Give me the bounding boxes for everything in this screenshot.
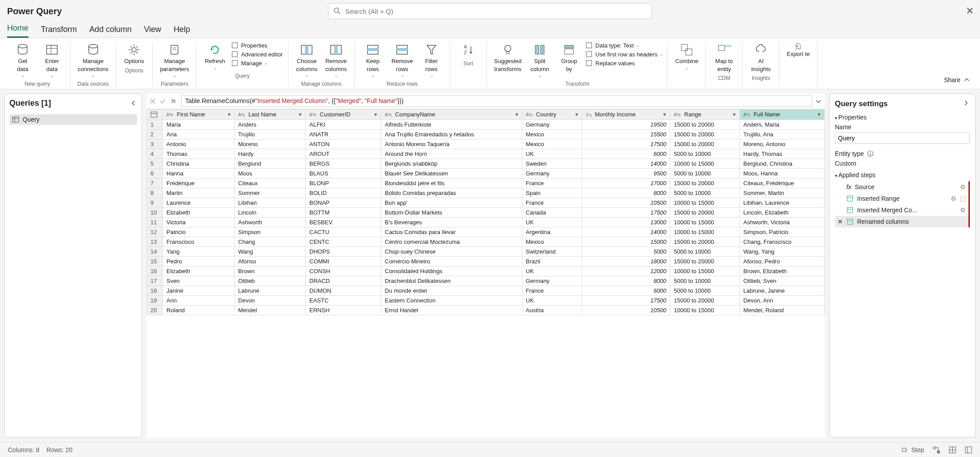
gear-icon[interactable]: ⚙	[951, 195, 956, 202]
table-row[interactable]: 17SvenOttliebDRACDDrachenblut Delikatess…	[147, 276, 825, 286]
ribbon-refresh[interactable]: Refresh⌵	[202, 42, 228, 71]
ribbon-map-to-entity[interactable]: CDMMap toentity	[711, 42, 737, 73]
commit-icon[interactable]	[159, 98, 166, 105]
delete-step-icon[interactable]: ✕	[838, 218, 843, 225]
column-header-customerid[interactable]: Aᴮc CustomerID▾	[306, 109, 381, 119]
table-row[interactable]: 1MariaAndersALFKIAlfreds FutterkisteGerm…	[147, 119, 825, 129]
step-inserted-range[interactable]: Inserted Range⚙⬚	[835, 193, 968, 204]
table-row[interactable]: 5ChristinaBerglundBERGSBerglunds snabbkö…	[147, 159, 825, 168]
column-header-range[interactable]: Aᴮc Range▾	[670, 109, 739, 119]
ribbon-group-Transform: SuggestedtransformsSplitcolumn⌵GroupbyDa…	[487, 42, 668, 87]
gear-icon[interactable]: ⚙	[960, 207, 966, 214]
step-indicator[interactable]: Step	[901, 446, 924, 453]
diagram-view-icon[interactable]	[933, 446, 940, 453]
ribbon-choose-columns[interactable]: Choosecolumns⌵	[294, 42, 320, 79]
table-row[interactable]: 15PedroAfonsoCOMMIComércio MineiroBrazil…	[147, 256, 825, 266]
expand-settings-icon[interactable]	[963, 99, 970, 108]
table-row[interactable]: 11VictoriaAshworthBESBEVB's BeveragesUK1…	[147, 217, 825, 227]
tab-home[interactable]: Home	[7, 24, 28, 38]
ribbon-get-data[interactable]: Getdata⌵	[10, 42, 36, 79]
column-header-last-name[interactable]: Aᴮc Last Name▾	[234, 109, 306, 119]
ribbon-manage-connections[interactable]: Manageconnections⌵	[76, 42, 110, 79]
ribbon-ai-insights[interactable]: AIinsights	[748, 42, 774, 73]
info-icon[interactable]: ⓘ	[867, 150, 873, 157]
filter-icon[interactable]: ▾	[515, 111, 518, 118]
table-row[interactable]: 14YangWangDHOPSChop-suey ChineseSwitzerl…	[147, 246, 825, 256]
filter-icon[interactable]: ▾	[228, 111, 231, 118]
split-view-icon[interactable]	[965, 446, 972, 453]
ribbon-enter-data[interactable]: Enterdata⌵	[39, 42, 65, 79]
table-row[interactable]: 4ThomasHardyAROUTAround the HornUK600050…	[147, 149, 825, 159]
ribbon-split-column[interactable]: Splitcolumn⌵	[527, 42, 553, 79]
table-row[interactable]: 13FransciscoChangCENTCCentro comercial M…	[147, 237, 825, 246]
table-row[interactable]: 2AnaTrujilloANATRAna Trujillo Emaredados…	[147, 129, 825, 139]
close-icon[interactable]: ✕	[966, 5, 974, 17]
fx-icon[interactable]: fx	[169, 98, 178, 104]
cancel-icon[interactable]	[149, 98, 156, 105]
ribbon-properties[interactable]: Properties	[231, 42, 267, 49]
ribbon-keep-rows[interactable]: Keeprows⌵	[360, 42, 386, 79]
filter-icon[interactable]: ▾	[818, 111, 821, 118]
table-row[interactable]: 16ElizabethBrownCONSHConsolidated Holdin…	[147, 266, 825, 276]
query-item[interactable]: Query	[9, 114, 137, 125]
tab-view[interactable]: View	[144, 25, 161, 38]
filter-icon[interactable]: ▾	[575, 111, 578, 118]
tab-transform[interactable]: Transform	[41, 25, 77, 38]
table-icon[interactable]	[150, 111, 158, 118]
tab-help[interactable]: Help	[174, 25, 190, 38]
formula-input[interactable]: Table.RenameColumns(#"Inserted Merged Co…	[181, 95, 812, 107]
applied-steps-section[interactable]: Applied steps	[835, 171, 970, 179]
ribbon-manage-parameters[interactable]: Manageparameters⌵	[158, 42, 191, 79]
data-grid[interactable]: Aᴮc First Name▾Aᴮc Last Name▾Aᴮc Custome…	[146, 109, 825, 437]
table-row[interactable]: 12PatricioSimpsonCACTUCactus Comidas par…	[147, 227, 825, 237]
filter-icon[interactable]: ▾	[663, 111, 666, 118]
column-header-monthly-income[interactable]: 1²₃ Monthly Income▾	[582, 109, 670, 119]
ribbon-suggested-transforms[interactable]: Suggestedtransforms	[492, 42, 523, 73]
column-header-full-name[interactable]: Aᴮc Full Name▾	[739, 109, 824, 119]
collapse-icon[interactable]	[130, 99, 137, 107]
ribbon-advanced-editor[interactable]: Advanced editor	[231, 51, 283, 58]
table-row[interactable]: 18JanineLabruneDUMONDu monde entierFranc…	[147, 286, 825, 295]
filter-icon[interactable]: ▾	[733, 111, 736, 118]
ribbon-export-te[interactable]: Export te	[785, 42, 811, 59]
share-button[interactable]: Share	[939, 42, 976, 87]
column-header-country[interactable]: Aᴮc Country▾	[522, 109, 582, 119]
ribbon-group-New query: Getdata⌵Enterdata⌵New query	[4, 42, 71, 87]
table-row[interactable]: 20RolandMendelERNSHErnst HandelAustria10…	[147, 305, 825, 315]
ribbon-data-type-text[interactable]: Data type: Text ⌵	[585, 42, 638, 49]
ribbon-group-by[interactable]: Groupby	[556, 42, 582, 73]
step-inserted-merged-co-[interactable]: Inserted Merged Co...⚙	[835, 204, 968, 216]
ribbon-replace-values[interactable]: Replace values	[585, 60, 635, 67]
table-row[interactable]: 10ElizabethLincolnBOTTMBottom-Dollar Mar…	[147, 207, 825, 217]
table-row[interactable]: 7FrédériqueCiteauxBLONPBlondesddsl pére …	[147, 178, 825, 188]
ribbon-manage[interactable]: Manage ⌵	[231, 60, 267, 67]
table-row[interactable]: 3AntonioMorenoANTONAntonio Moreno Taquer…	[147, 139, 825, 149]
ribbon-remove-columns[interactable]: Removecolumns⌵	[323, 42, 349, 79]
grid-view-icon[interactable]	[949, 446, 956, 453]
table-row[interactable]: 6HannaMoosBLAUSBlauer See DelikatessenGe…	[147, 168, 825, 178]
filter-icon[interactable]: ▾	[299, 111, 302, 118]
table-row[interactable]: 19AnnDevonEASTCEastern ConnectionUK17500…	[147, 295, 825, 305]
expand-formula-icon[interactable]	[815, 98, 822, 105]
filter-icon[interactable]: ▾	[374, 111, 377, 118]
settings-header: Query settings	[835, 99, 970, 108]
step-source[interactable]: fxSource⚙	[835, 181, 968, 193]
ribbon-filter-rows[interactable]: Filterrows⌵	[419, 42, 444, 79]
ribbon-remove-rows[interactable]: Removerows⌵	[389, 42, 415, 79]
query-name-input[interactable]	[835, 132, 970, 144]
tab-add-column[interactable]: Add column	[89, 25, 131, 38]
column-header-first-name[interactable]: Aᴮc First Name▾	[163, 109, 235, 119]
ribbon-combine[interactable]: Combine⌵	[673, 42, 700, 71]
svg-point-24	[505, 45, 511, 52]
table-row[interactable]: 9LaurenceLibihanBONAPBon app'France10500…	[147, 198, 825, 207]
ribbon-[interactable]: AZ	[455, 42, 481, 59]
column-header-companyname[interactable]: Aᴮc CompanyName▾	[381, 109, 522, 119]
gear-icon[interactable]: ⚙	[960, 183, 966, 191]
warning-icon[interactable]: ⬚	[960, 195, 966, 202]
properties-section[interactable]: Properties	[835, 114, 970, 121]
table-row[interactable]: 8MartinSommerBOLIDBólido Comidas prepara…	[147, 188, 825, 198]
step-renamed-columns[interactable]: ✕Renamed columns	[835, 216, 968, 227]
ribbon-options[interactable]: Options	[121, 42, 147, 66]
ribbon-use-first-row-as-headers[interactable]: Use first row as headers ⌵	[585, 51, 662, 58]
search-input[interactable]	[328, 3, 652, 19]
